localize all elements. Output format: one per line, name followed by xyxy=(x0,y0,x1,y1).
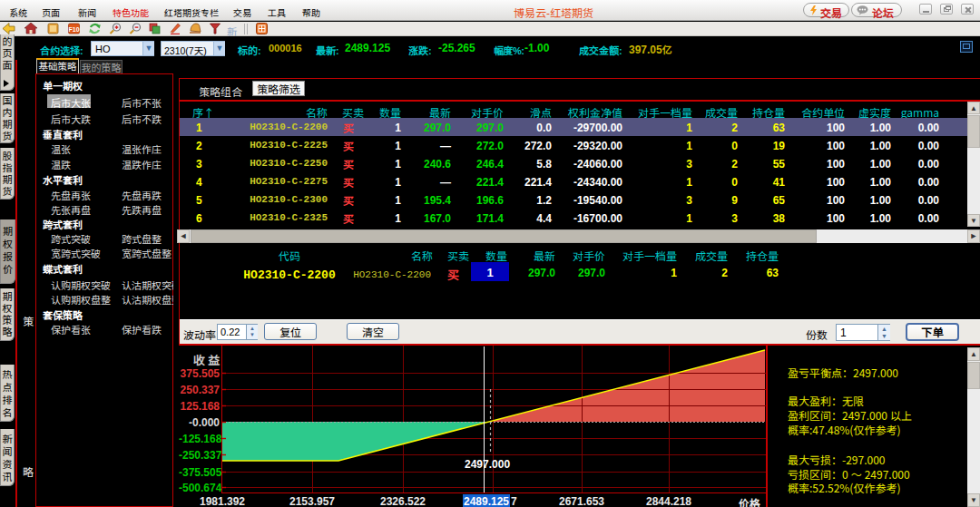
svg-text:F10: F10 xyxy=(68,26,79,33)
